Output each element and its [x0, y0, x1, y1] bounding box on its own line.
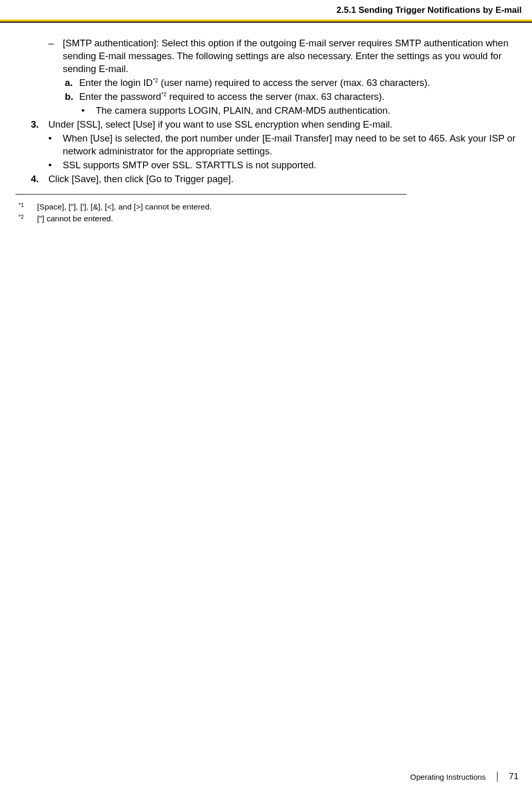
page-number: 71 [509, 771, 519, 782]
step-a-text: Enter the login ID*2 (user name) require… [79, 77, 517, 90]
header-rule [0, 20, 532, 23]
footnote-2: *2 ["] cannot be entered. [19, 213, 532, 224]
footnote-rule [15, 194, 406, 195]
step-4: 4. Click [Save], then click [Go to Trigg… [15, 173, 517, 186]
footnote-1-marker: *1 [19, 201, 37, 213]
step-a-sup: *2 [153, 77, 158, 83]
step-a: a. Enter the login ID*2 (user name) requ… [15, 77, 517, 90]
step-a-post: (user name) required to access the serve… [158, 77, 430, 88]
step-3-label: 3. [31, 118, 48, 131]
smtp-auth-text: [SMTP authentication]: Select this optio… [63, 37, 517, 76]
step-b: b. Enter the password*2 required to acce… [15, 91, 517, 103]
step-3-bullet-1: • When [Use] is selected, the port numbe… [15, 132, 517, 158]
page-content: – [SMTP authentication]: Select this opt… [0, 37, 532, 186]
page-footer: Operating Instructions 71 [410, 771, 519, 782]
step-a-label: a. [65, 77, 79, 90]
step-3-bullet-2-text: SSL supports SMTP over SSL. STARTTLS is … [63, 159, 517, 172]
footer-doc-title: Operating Instructions [410, 773, 486, 781]
dash-marker: – [48, 37, 63, 76]
step-3-bullet-2: • SSL supports SMTP over SSL. STARTTLS i… [15, 159, 517, 172]
step-a-pre: Enter the login ID [79, 77, 153, 88]
bullet-marker: • [81, 104, 96, 117]
step-3: 3. Under [SSL], select [Use] if you want… [15, 118, 517, 131]
step-b-pre: Enter the password [79, 91, 161, 102]
step-b-sub: • The camera supports LOGIN, PLAIN, and … [15, 104, 517, 117]
step-4-label: 4. [31, 173, 48, 186]
step-3-text: Under [SSL], select [Use] if you want to… [48, 118, 517, 131]
step-b-sub-text: The camera supports LOGIN, PLAIN, and CR… [96, 104, 517, 117]
footnote-2-marker: *2 [19, 213, 37, 224]
page-header: 2.5.1 Sending Trigger Notifications by E… [0, 0, 532, 20]
section-title: 2.5.1 Sending Trigger Notifications by E… [10, 5, 522, 20]
step-4-text: Click [Save], then click [Go to Trigger … [48, 173, 517, 186]
footnote-2-text: ["] cannot be entered. [37, 213, 113, 224]
step-b-label: b. [65, 91, 79, 103]
footnote-1-text: [Space], ["], ['], [&], [<], and [>] can… [37, 201, 211, 213]
bullet-marker: • [48, 132, 63, 158]
step-b-text: Enter the password*2 required to access … [79, 91, 517, 103]
footnotes: *1 [Space], ["], ['], [&], [<], and [>] … [0, 201, 532, 225]
bullet-marker: • [48, 159, 63, 172]
footnote-1: *1 [Space], ["], ['], [&], [<], and [>] … [19, 201, 532, 213]
step-b-sup: *2 [161, 91, 166, 97]
step-b-post: required to access the server (max. 63 c… [167, 91, 385, 102]
step-3-bullet-1-text: When [Use] is selected, the port number … [63, 132, 517, 158]
footer-divider [497, 771, 498, 782]
smtp-auth-item: – [SMTP authentication]: Select this opt… [15, 37, 517, 76]
